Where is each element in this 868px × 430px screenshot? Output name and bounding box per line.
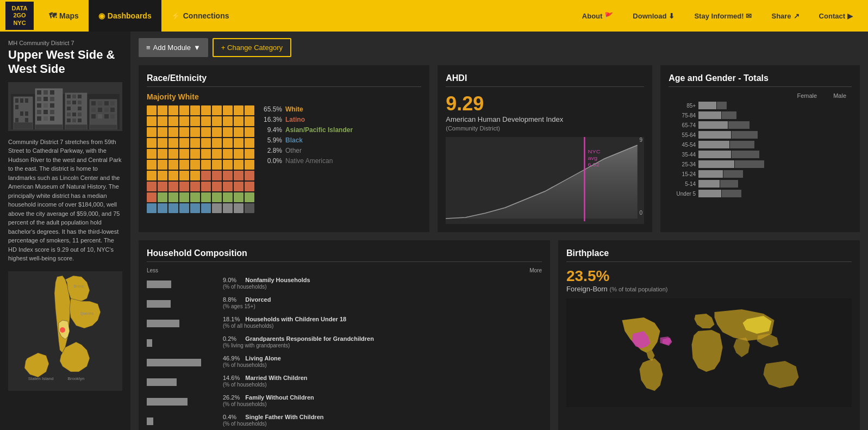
female-bar: [698, 151, 731, 158]
race-pct: 5.9%: [263, 136, 282, 144]
age-group-label: 25-34: [669, 161, 696, 167]
household-sub: (% of all households): [223, 323, 542, 329]
nav-about[interactable]: About 🚩: [572, 12, 623, 20]
logo[interactable]: DATA 2GO NYC: [5, 2, 34, 30]
nav-share[interactable]: Share ↗: [761, 12, 809, 20]
waffle-cell: [223, 105, 233, 115]
map-icon: 🗺: [49, 11, 57, 20]
waffle-cell: [234, 171, 243, 180]
nav-contact[interactable]: Contact ▶: [809, 12, 863, 20]
waffle-cell: [245, 171, 254, 180]
household-pct: 14.6%: [223, 375, 243, 381]
household-pct: 46.9%: [223, 355, 243, 362]
flag-icon: 🚩: [604, 12, 613, 20]
share-icon: ↗: [794, 12, 800, 20]
waffle-cell: [212, 127, 222, 137]
nav-dashboards[interactable]: ◉ Dashboards: [89, 0, 161, 32]
waffle-cell: [147, 105, 157, 115]
svg-rect-12: [20, 118, 23, 122]
age-bar-container: [698, 131, 852, 139]
age-gender-row: 55-64: [669, 131, 852, 139]
ahdi-chart-bottom: 0: [640, 210, 643, 216]
svg-rect-37: [67, 107, 71, 110]
svg-rect-53: [104, 108, 109, 112]
male-bar: [732, 131, 758, 139]
household-sub: (% of households): [223, 284, 542, 290]
svg-rect-22: [43, 103, 48, 108]
waffle-cell: [190, 171, 200, 180]
waffle-cell: [234, 192, 243, 202]
household-bar: [147, 320, 179, 327]
female-label: Female: [797, 92, 817, 99]
ahdi-chart-top: 9: [640, 137, 643, 143]
nav-download[interactable]: Download ⬇: [623, 12, 684, 20]
household-panel-title: Household Composition: [147, 248, 542, 262]
svg-text:Queens: Queens: [80, 311, 94, 316]
waffle-cell: [168, 192, 178, 202]
connections-icon: ⚡: [171, 11, 180, 20]
svg-text:Staten Island: Staten Island: [28, 376, 54, 381]
household-info: 8.8% Divorced (% ages 15+): [217, 296, 542, 309]
svg-rect-6: [20, 105, 23, 109]
nav-maps[interactable]: 🗺 Maps: [39, 0, 89, 32]
male-bar: [730, 141, 754, 148]
waffle-cell: [168, 160, 178, 170]
female-bar: [698, 102, 716, 109]
waffle-cell: [158, 182, 167, 191]
age-gender-row: 45-54: [669, 141, 852, 148]
svg-rect-21: [37, 103, 41, 108]
waffle-cell: [158, 149, 167, 159]
household-bar-area: [147, 394, 217, 410]
waffle-cell: [190, 127, 200, 137]
age-gender-row: 65-74: [669, 121, 852, 129]
age-gender-row: 15-24: [669, 170, 852, 178]
household-bar-area: [147, 413, 217, 429]
male-bar: [722, 190, 741, 197]
svg-rect-50: [110, 101, 115, 105]
female-bar: [698, 131, 731, 139]
waffle-cell: [245, 138, 254, 148]
waffle-cell: [245, 203, 254, 213]
svg-text:Brooklyn: Brooklyn: [67, 376, 84, 381]
waffle-cell: [158, 171, 167, 180]
svg-rect-34: [67, 101, 71, 104]
waffle-cell: [201, 203, 211, 213]
waffle-cell: [234, 116, 243, 126]
household-row: 8.8% Divorced (% ages 15+): [147, 296, 542, 312]
household-info: 0.4% Single Father With Children (% of h…: [217, 413, 542, 427]
svg-rect-38: [72, 107, 76, 110]
age-bar-container: [698, 151, 852, 158]
household-panel: Household Composition Less More 9.0% Non…: [139, 240, 550, 430]
svg-rect-31: [67, 95, 71, 98]
sidebar-subtitle: MH Community District 7: [8, 40, 122, 46]
age-gender-row: 25-34: [669, 160, 852, 168]
waffle-cell: [158, 203, 167, 213]
waffle-cell: [147, 203, 157, 213]
add-module-button[interactable]: ≡ Add Module ▼: [139, 38, 208, 57]
svg-rect-48: [98, 101, 102, 105]
svg-text:avg: avg: [588, 155, 598, 161]
svg-rect-14: [35, 89, 63, 129]
waffle-cell: [245, 160, 254, 170]
waffle-cell: [147, 192, 157, 202]
svg-rect-42: [78, 113, 82, 116]
nav-stay-informed[interactable]: Stay Informed! ✉: [684, 12, 761, 20]
dashboard-icon: ◉: [98, 11, 105, 20]
household-name: Nonfamily Households: [245, 277, 310, 283]
waffle-chart: [147, 105, 254, 213]
waffle-cell: [234, 127, 243, 137]
nav-connections[interactable]: ⚡ Connections: [161, 0, 239, 32]
change-category-button[interactable]: + Change Category: [213, 38, 291, 57]
household-bar: [147, 417, 153, 425]
household-rows: 9.0% Nonfamily Households (% of househol…: [147, 276, 542, 430]
svg-rect-43: [67, 119, 71, 122]
waffle-cell: [234, 138, 243, 148]
household-name: Grandparents Responsible for Grandchildr…: [245, 335, 374, 342]
ahdi-chart: 9 0: [446, 137, 644, 224]
waffle-cell: [234, 203, 243, 213]
age-bar-container: [698, 170, 852, 178]
household-name: Living Alone: [245, 355, 281, 362]
building-illustration: [8, 82, 122, 131]
household-info: 46.9% Living Alone (% of households): [217, 354, 542, 368]
household-sub: (% of households): [223, 401, 542, 407]
